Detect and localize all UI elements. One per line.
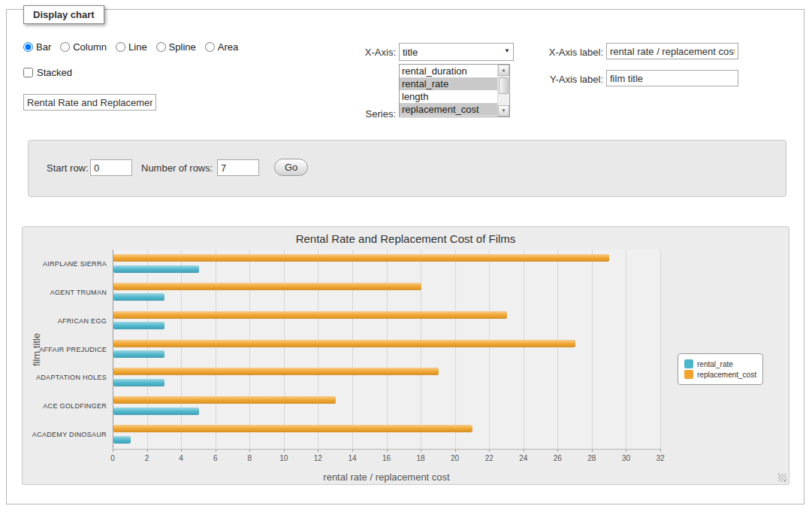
gridline bbox=[660, 250, 661, 449]
gridline bbox=[387, 250, 388, 449]
gridline bbox=[524, 250, 524, 449]
x-tick-label: 30 bbox=[622, 454, 630, 462]
number-of-rows-input[interactable] bbox=[217, 159, 259, 176]
x-tick-label: 22 bbox=[485, 454, 494, 462]
gridline bbox=[421, 250, 421, 449]
scroll-thumb[interactable] bbox=[499, 77, 509, 94]
series-select-label: Series: bbox=[322, 108, 396, 120]
category-label: AIRPLANE SIERRA bbox=[23, 260, 107, 268]
series-option-length[interactable]: length bbox=[400, 90, 498, 103]
y-axis-line bbox=[113, 250, 113, 449]
resize-handle-icon[interactable] bbox=[778, 474, 786, 482]
bar-rental_rate bbox=[113, 350, 165, 358]
radio-label: Line bbox=[128, 41, 147, 53]
radio-column[interactable] bbox=[60, 42, 70, 52]
chart-type-option-area[interactable]: Area bbox=[205, 41, 238, 53]
x-axis-line bbox=[113, 449, 660, 450]
legend-label: replacement_cost bbox=[697, 371, 756, 379]
bar-replacement_cost bbox=[113, 425, 472, 432]
series-listbox[interactable]: rental_durationrental_ratelengthreplacem… bbox=[399, 64, 510, 117]
x-axis-label-field-label: X-Axis label: bbox=[533, 47, 603, 58]
chart-title: Rental Rate and Replacement Cost of Film… bbox=[23, 232, 789, 245]
legend-swatch-rental_rate bbox=[684, 359, 693, 368]
number-of-rows-label: Number of rows: bbox=[141, 162, 213, 174]
stacked-label: Stacked bbox=[37, 67, 72, 78]
go-button[interactable]: Go bbox=[274, 159, 308, 176]
display-chart-fieldset: Display chart BarColumnLineSplineArea St… bbox=[6, 9, 804, 504]
gridline bbox=[284, 250, 285, 449]
bar-rental_rate bbox=[113, 436, 131, 444]
start-row-input[interactable] bbox=[90, 159, 132, 176]
y-axis-title: film title bbox=[31, 332, 42, 365]
x-tick-label: 16 bbox=[382, 454, 391, 462]
bar-replacement_cost bbox=[113, 340, 575, 347]
y-axis-label-field-label: Y-Axis label: bbox=[533, 74, 603, 85]
category-label: AGENT TRUMAN bbox=[23, 289, 107, 297]
chart-title-input[interactable] bbox=[23, 94, 156, 111]
start-row-label: Start row: bbox=[47, 162, 89, 174]
x-axis-label-input[interactable] bbox=[606, 43, 738, 59]
gridline bbox=[147, 250, 148, 449]
series-option-rental_duration[interactable]: rental_duration bbox=[400, 65, 498, 77]
gridline bbox=[318, 250, 318, 449]
chart-type-option-column[interactable]: Column bbox=[60, 41, 107, 53]
x-tick-label: 24 bbox=[519, 454, 527, 462]
legend-swatch-replacement_cost bbox=[684, 370, 693, 379]
fieldset-legend: Display chart bbox=[23, 5, 104, 24]
gridline bbox=[592, 250, 593, 449]
stacked-row: Stacked bbox=[23, 67, 72, 78]
radio-area[interactable] bbox=[205, 42, 215, 52]
bar-replacement_cost bbox=[113, 311, 507, 319]
legend-item-replacement_cost[interactable]: replacement_cost bbox=[684, 370, 756, 379]
category-label: ACE GOLDFINGER bbox=[23, 402, 107, 411]
y-axis-label-input[interactable] bbox=[606, 70, 738, 86]
legend-item-rental_rate[interactable]: rental_rate bbox=[684, 359, 756, 368]
series-option-replacement_cost[interactable]: replacement_cost bbox=[400, 103, 498, 116]
radio-spline[interactable] bbox=[156, 42, 166, 52]
series-listbox-scrollbar[interactable]: ▲ ▼ bbox=[497, 65, 509, 117]
radio-label: Area bbox=[218, 41, 238, 53]
x-tick-label: 12 bbox=[314, 454, 322, 462]
bar-rental_rate bbox=[113, 322, 165, 329]
scroll-down-icon[interactable]: ▼ bbox=[498, 105, 509, 117]
bar-rental_rate bbox=[113, 407, 199, 415]
gridline bbox=[216, 250, 216, 449]
bar-rental_rate bbox=[113, 293, 165, 301]
x-tick-label: 20 bbox=[451, 454, 459, 462]
radio-bar[interactable] bbox=[23, 42, 33, 52]
radio-label: Bar bbox=[36, 41, 51, 53]
scroll-up-icon[interactable]: ▲ bbox=[498, 65, 509, 76]
bar-replacement_cost bbox=[113, 283, 421, 290]
bar-replacement_cost bbox=[113, 254, 609, 262]
x-tick-label: 4 bbox=[179, 454, 183, 462]
chart-type-option-line[interactable]: Line bbox=[116, 41, 147, 53]
chart-type-radios: BarColumnLineSplineArea bbox=[23, 41, 247, 53]
row-range-panel: Start row: Number of rows: Go bbox=[28, 140, 786, 197]
gridline bbox=[557, 250, 558, 449]
gridline bbox=[489, 250, 490, 449]
gridline bbox=[352, 250, 353, 449]
fieldset-legend-label: Display chart bbox=[33, 9, 95, 20]
series-listbox-items: rental_durationrental_ratelengthreplacem… bbox=[400, 65, 498, 117]
x-axis-select[interactable]: title bbox=[399, 43, 514, 61]
chart: Rental Rate and Replacement Cost of Film… bbox=[22, 226, 789, 485]
stacked-checkbox[interactable] bbox=[23, 68, 33, 77]
bar-rental_rate bbox=[113, 265, 199, 273]
legend-label: rental_rate bbox=[697, 360, 733, 368]
gridline bbox=[181, 250, 182, 449]
x-tick-label: 6 bbox=[213, 454, 218, 462]
radio-label: Column bbox=[73, 41, 107, 53]
x-axis-select-label: X-Axis: bbox=[322, 47, 396, 58]
chart-legend: rental_ratereplacement_cost bbox=[678, 353, 763, 385]
gridline bbox=[455, 250, 456, 449]
bar-replacement_cost bbox=[113, 368, 439, 375]
x-axis-select-wrap: title bbox=[399, 43, 514, 61]
x-tick-label: 8 bbox=[247, 454, 252, 462]
x-tick-label: 10 bbox=[279, 454, 288, 462]
series-option-rental_rate[interactable]: rental_rate bbox=[400, 77, 498, 90]
chart-type-option-spline[interactable]: Spline bbox=[156, 41, 196, 53]
gridline bbox=[626, 250, 626, 449]
chart-type-option-bar[interactable]: Bar bbox=[23, 41, 51, 53]
x-tick-label: 2 bbox=[145, 454, 149, 462]
radio-line[interactable] bbox=[116, 42, 125, 52]
